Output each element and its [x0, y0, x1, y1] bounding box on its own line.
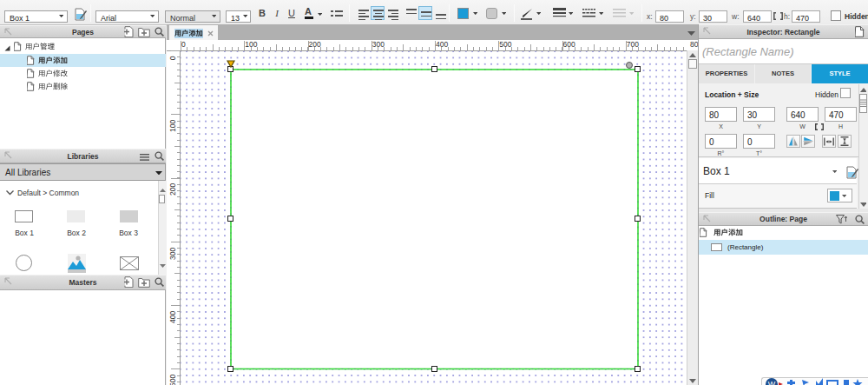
- svg-text:W: W: [768, 380, 776, 385]
